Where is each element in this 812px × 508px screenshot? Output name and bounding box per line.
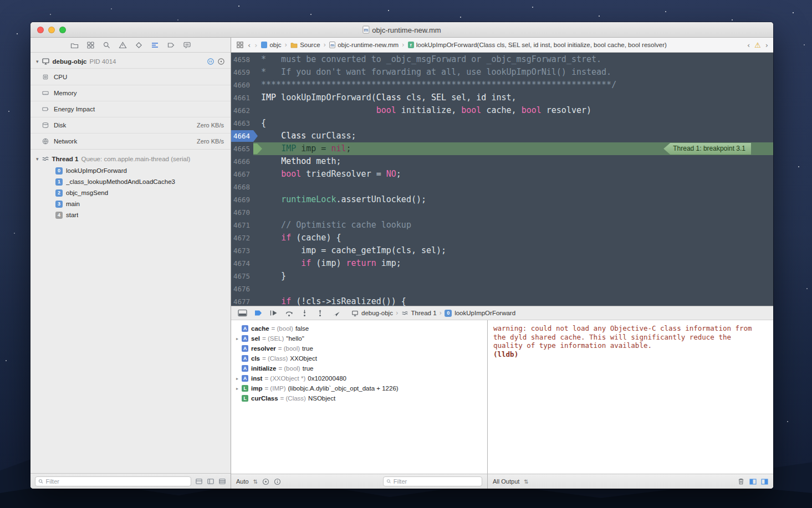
thread-row[interactable]: ▾ Thread 1 Queue: com.apple.main-thread … [30, 150, 231, 165]
gauge-row-energy-impact[interactable]: Energy Impact [30, 101, 231, 117]
line-number-gutter[interactable]: 4671 [231, 219, 253, 232]
breakpoint-navigator-icon[interactable] [166, 40, 175, 49]
disclosure-open-icon[interactable]: ▾ [36, 156, 39, 162]
memory-gauge-icon[interactable] [217, 58, 225, 65]
line-number-gutter[interactable]: 4666 [231, 155, 253, 168]
line-number-gutter[interactable]: 4664 [231, 130, 253, 142]
gauge-row-disk[interactable]: DiskZero KB/s [30, 117, 231, 133]
disclosure-open-icon[interactable]: ▾ [36, 59, 39, 64]
line-number-gutter[interactable]: 4675 [231, 270, 253, 283]
breadcrumb-item[interactable]: mobjc-runtime-new.mm [329, 42, 399, 48]
info-icon[interactable] [274, 478, 281, 485]
line-number-gutter[interactable]: 4667 [231, 168, 253, 181]
variable-row-cache[interactable]: Acache= (bool)false [231, 324, 487, 333]
step-out-icon[interactable] [316, 309, 325, 317]
code-line[interactable]: 4669 runtimeLock.assertUnlocked(); [231, 193, 773, 206]
code-line[interactable]: 4665 IMP imp = nil;Thread 1: breakpoint … [231, 142, 773, 155]
gauge-row-memory[interactable]: Memory [30, 85, 231, 101]
line-number-gutter[interactable]: 4672 [231, 232, 253, 244]
titlebar[interactable]: m objc-runtime-new.mm [30, 22, 773, 38]
breadcrumb-item[interactable]: flookUpImpOrForward(Class cls, SEL sel, … [408, 42, 667, 48]
variable-row-curClass[interactable]: LcurClass= (Class)NSObject [231, 393, 487, 403]
line-number-gutter[interactable]: 4670 [231, 206, 253, 219]
variables-filter-input[interactable] [394, 478, 479, 485]
debug-jump-process[interactable]: debug-objc [361, 310, 393, 316]
variable-row-cls[interactable]: Acls= (Class)XXObject [231, 353, 487, 363]
debug-jump-thread[interactable]: Thread 1 [411, 310, 437, 316]
pause-process-icon[interactable] [207, 58, 215, 65]
code-line[interactable]: 4672 if (cache) { [231, 232, 773, 244]
code-line[interactable]: 4662 bool initialize, bool cache, bool r… [231, 104, 773, 117]
forward-icon[interactable]: › [254, 41, 257, 49]
line-number-gutter[interactable]: 4677 [231, 295, 253, 306]
disclosure-closed-icon[interactable]: ▸ [236, 336, 242, 341]
disclosure-closed-icon[interactable]: ▸ [236, 376, 242, 381]
code-line[interactable]: 4668 [231, 181, 773, 193]
code-line[interactable]: 4663{ [231, 117, 773, 130]
line-number-gutter[interactable]: 4676 [231, 283, 253, 295]
watchpoint-icon[interactable] [262, 478, 269, 485]
variables-filter-field[interactable] [383, 476, 482, 486]
code-line[interactable]: 4677 if (!cls->isRealized()) { [231, 295, 773, 306]
code-line[interactable]: 4666 Method meth; [231, 155, 773, 168]
show-crashed-threads-icon[interactable] [207, 478, 215, 485]
document-proxy-icon[interactable]: m [362, 26, 369, 34]
line-number-gutter[interactable]: 4661 [231, 91, 253, 104]
code-line[interactable]: 4661IMP lookUpImpOrForward(Class cls, SE… [231, 91, 773, 104]
line-number-gutter[interactable]: 4659 [231, 66, 253, 79]
variable-row-initialize[interactable]: Ainitialize= (bool)true [231, 363, 487, 373]
previous-issue-icon[interactable]: ‹ [747, 41, 750, 49]
console-scope-menu[interactable]: All Output [493, 478, 519, 485]
flatten-list-icon[interactable] [195, 478, 203, 485]
debug-navigator-icon[interactable] [150, 40, 159, 49]
step-over-icon[interactable] [285, 309, 294, 317]
code-line[interactable]: 4667 bool triedResolver = NO; [231, 168, 773, 181]
stack-frame-row[interactable]: 1_class_lookupMethodAndLoadCache3 [30, 176, 231, 187]
code-line[interactable]: 4674 if (imp) return imp; [231, 257, 773, 270]
show-running-blocks-icon[interactable] [218, 478, 226, 485]
code-line[interactable]: 4659* If you don't want forwarding at al… [231, 66, 773, 79]
line-number-gutter[interactable]: 4662 [231, 104, 253, 117]
breakpoints-toggle-icon[interactable] [254, 309, 263, 317]
related-items-icon[interactable] [236, 41, 244, 49]
simulate-location-icon[interactable] [331, 309, 340, 317]
show-variables-pane-icon[interactable] [749, 478, 757, 485]
zoom-button[interactable] [59, 27, 66, 33]
step-into-icon[interactable] [300, 309, 309, 317]
source-editor[interactable]: 4658* must be converted to _objc_msgForw… [231, 53, 773, 306]
trash-icon[interactable] [737, 478, 745, 485]
test-navigator-icon[interactable] [134, 40, 143, 49]
gauge-row-network[interactable]: NetworkZero KB/s [30, 133, 231, 149]
line-number-gutter[interactable]: 4668 [231, 181, 253, 193]
line-number-gutter[interactable]: 4669 [231, 193, 253, 206]
minimize-button[interactable] [48, 27, 55, 33]
back-icon[interactable]: ‹ [248, 41, 251, 49]
variable-row-resolver[interactable]: Aresolver= (bool)true [231, 343, 487, 353]
issue-navigator-icon[interactable] [118, 40, 127, 49]
code-line[interactable]: 4673 imp = cache_getImp(cls, sel); [231, 244, 773, 257]
report-navigator-icon[interactable] [182, 40, 191, 49]
line-number-gutter[interactable]: 4674 [231, 257, 253, 270]
line-number-gutter[interactable]: 4665 [231, 142, 253, 155]
hide-debug-area-icon[interactable] [238, 309, 247, 317]
stack-frame-row[interactable]: 3main [30, 198, 231, 209]
symbol-navigator-icon[interactable] [86, 40, 95, 49]
code-line[interactable]: 4670 [231, 206, 773, 219]
gauge-row-cpu[interactable]: CPU [30, 69, 231, 85]
stack-frame-row[interactable]: 4start [30, 209, 231, 220]
variable-row-inst[interactable]: ▸Ainst= (XXObject *)0x102000480 [231, 373, 487, 383]
code-line[interactable]: 4658* must be converted to _objc_msgForw… [231, 53, 773, 66]
stack-frame-row[interactable]: 2objc_msgSend [30, 187, 231, 198]
breadcrumb-item[interactable]: Source [290, 42, 320, 48]
navigator-filter-field[interactable] [35, 476, 191, 486]
project-navigator-icon[interactable] [70, 40, 79, 49]
debug-jump-frame[interactable]: lookUpImpOrForward [454, 310, 515, 316]
line-number-gutter[interactable]: 4673 [231, 244, 253, 257]
close-button[interactable] [37, 27, 44, 33]
code-line[interactable]: 4660************************************… [231, 79, 773, 91]
warning-icon[interactable]: ⚠ [754, 41, 761, 49]
variables-scope-menu[interactable]: Auto [236, 478, 249, 485]
continue-icon[interactable] [269, 309, 278, 317]
code-line[interactable]: 4671 // Optimistic cache lookup [231, 219, 773, 232]
show-console-pane-icon[interactable] [761, 478, 768, 485]
